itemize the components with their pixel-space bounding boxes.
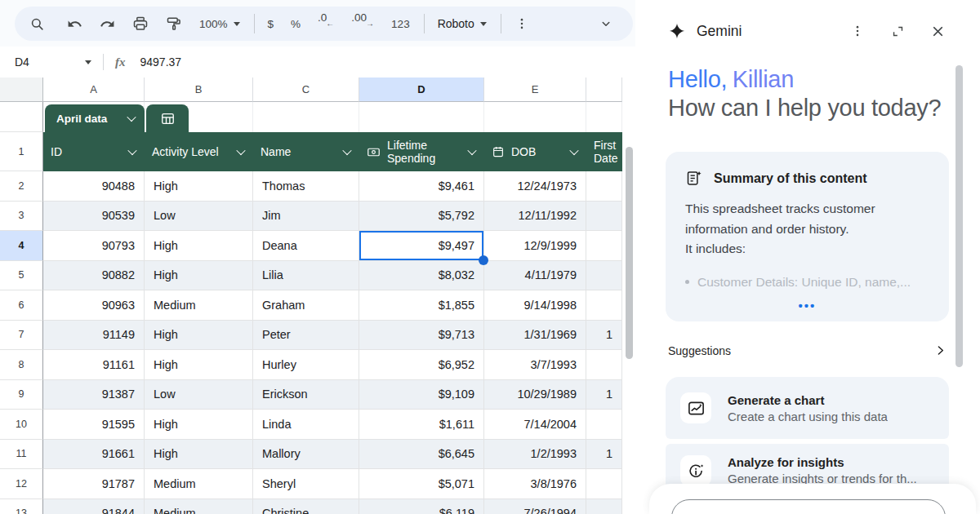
cell-E11[interactable]: 1/2/1993 (484, 440, 586, 470)
table-column-header-activity-level[interactable]: Activity Level (145, 132, 253, 171)
cell-C5[interactable]: Lilia (253, 261, 359, 291)
cell-B13[interactable]: Medium (145, 499, 253, 514)
cell-F3[interactable] (586, 202, 622, 232)
row-header-3[interactable]: 3 (0, 202, 43, 232)
summary-card[interactable]: Summary of this content This spreadsheet… (666, 152, 949, 321)
cell-C6[interactable]: Graham (253, 290, 359, 321)
more-options-icon[interactable] (514, 11, 529, 36)
table-column-header-dob[interactable]: DOB (484, 132, 586, 171)
table-column-header-id[interactable]: ID (43, 132, 145, 171)
select-all-corner[interactable] (0, 78, 43, 102)
cell-F12[interactable] (586, 469, 622, 499)
row-header-2[interactable]: 2 (0, 171, 43, 202)
cell-C3[interactable]: Jim (253, 202, 359, 232)
cell-E3[interactable]: 12/11/1992 (484, 202, 586, 232)
row-header-4[interactable]: 4 (0, 231, 43, 261)
cell-F10[interactable] (586, 410, 622, 440)
cell-D10[interactable]: $1,611 (359, 410, 484, 440)
cell-F8[interactable] (586, 350, 622, 380)
column-header-A[interactable]: A (43, 78, 145, 102)
cell-D12[interactable]: $5,071 (359, 469, 484, 499)
cell-B2[interactable]: High (145, 171, 253, 202)
cell-F13[interactable] (586, 499, 622, 514)
font-select[interactable]: Roboto (438, 11, 487, 36)
cell-D6[interactable]: $1,855 (359, 290, 484, 321)
name-box[interactable]: D4 (0, 55, 91, 69)
row-header-13[interactable]: 13 (0, 499, 43, 514)
cell-F6[interactable] (586, 290, 622, 321)
column-menu-chevron-icon[interactable] (467, 146, 476, 155)
column-header-clipped[interactable] (586, 78, 622, 102)
cell-B11[interactable]: High (145, 440, 253, 470)
print-icon[interactable] (132, 11, 149, 36)
column-menu-chevron-icon[interactable] (127, 146, 136, 155)
cell-A13[interactable]: 91844 (43, 499, 145, 514)
cell-C13[interactable]: Christine (253, 499, 359, 514)
decrease-decimal-button[interactable]: .0← (318, 11, 334, 36)
cell-E2[interactable]: 12/24/1973 (484, 171, 586, 202)
cell-C10[interactable]: Linda (253, 410, 359, 440)
cell-B9[interactable]: Low (145, 380, 253, 410)
cell-A5[interactable]: 90882 (43, 261, 145, 291)
column-menu-chevron-icon[interactable] (342, 146, 351, 155)
cell-C2[interactable]: Thomas (253, 171, 359, 202)
cell-D7[interactable]: $9,713 (359, 321, 484, 351)
format-currency-button[interactable]: $ (268, 11, 274, 36)
cell-F11[interactable]: 1 (586, 440, 622, 470)
sheet-scrollbar-thumb[interactable] (626, 147, 633, 359)
cell-F9[interactable]: 1 (586, 380, 622, 410)
table-column-header-first-date[interactable]: First Date (586, 132, 622, 171)
cell-B6[interactable]: Medium (145, 290, 253, 321)
column-header-E[interactable]: E (484, 78, 586, 102)
prompt-input[interactable] (671, 499, 946, 514)
cell-D4[interactable]: $9,497 (359, 231, 484, 261)
fill-handle[interactable] (479, 255, 488, 265)
row-header-5[interactable]: 5 (0, 261, 43, 291)
row-header-12[interactable]: 12 (0, 469, 43, 499)
table-options-tab[interactable] (146, 104, 189, 132)
search-icon[interactable] (29, 11, 45, 36)
cell-A4[interactable]: 90793 (43, 231, 145, 261)
redo-icon[interactable] (100, 11, 115, 36)
cell-A10[interactable]: 91595 (43, 410, 145, 440)
cell-C8[interactable]: Hurley (253, 350, 359, 380)
cell-A3[interactable]: 90539 (43, 202, 145, 232)
row-header-9[interactable]: 9 (0, 380, 43, 410)
cell-E4[interactable]: 12/9/1999 (484, 231, 586, 261)
undo-icon[interactable] (67, 11, 82, 36)
cell-E13[interactable]: 7/26/1994 (484, 499, 586, 514)
row-header-1[interactable]: 1 (0, 132, 43, 171)
cell-F7[interactable]: 1 (586, 321, 622, 351)
cell-D3[interactable]: $5,792 (359, 202, 484, 232)
row-header-8[interactable]: 8 (0, 350, 43, 380)
cell-C12[interactable]: Sheryl (253, 469, 359, 499)
column-menu-chevron-icon[interactable] (236, 146, 245, 155)
zoom-select[interactable]: 100% (199, 11, 240, 36)
cell-E6[interactable]: 9/14/1998 (484, 290, 586, 321)
cell-A6[interactable]: 90963 (43, 290, 145, 321)
cell-F4[interactable] (586, 231, 622, 261)
cell-A11[interactable]: 91661 (43, 440, 145, 470)
collapse-toolbar-icon[interactable] (599, 11, 613, 36)
format-percent-button[interactable]: % (291, 11, 301, 36)
more-formats-button[interactable]: 123 (391, 11, 410, 36)
cell-D13[interactable]: $6,119 (359, 499, 484, 514)
expand-panel-icon[interactable] (889, 23, 906, 39)
cell-E5[interactable]: 4/11/1979 (484, 261, 586, 291)
formula-input[interactable]: 9497.37 (140, 55, 182, 69)
column-header-D[interactable]: D (359, 78, 484, 102)
cell-B4[interactable]: High (145, 231, 253, 261)
column-header-C[interactable]: C (253, 78, 359, 102)
table-name-tab[interactable]: April data (45, 104, 145, 132)
column-menu-chevron-icon[interactable] (569, 146, 578, 155)
cell-D9[interactable]: $9,109 (359, 380, 484, 410)
cell-B7[interactable]: High (145, 321, 253, 351)
cell-E10[interactable]: 7/14/2004 (484, 410, 586, 440)
row-header-7[interactable]: 7 (0, 321, 43, 351)
paint-format-icon[interactable] (166, 11, 182, 36)
cell-E8[interactable]: 3/7/1993 (484, 350, 586, 380)
cell-C9[interactable]: Erickson (253, 380, 359, 410)
row-header-11[interactable]: 11 (0, 440, 43, 470)
close-panel-icon[interactable] (929, 23, 946, 39)
cell-E12[interactable]: 3/8/1976 (484, 469, 586, 499)
